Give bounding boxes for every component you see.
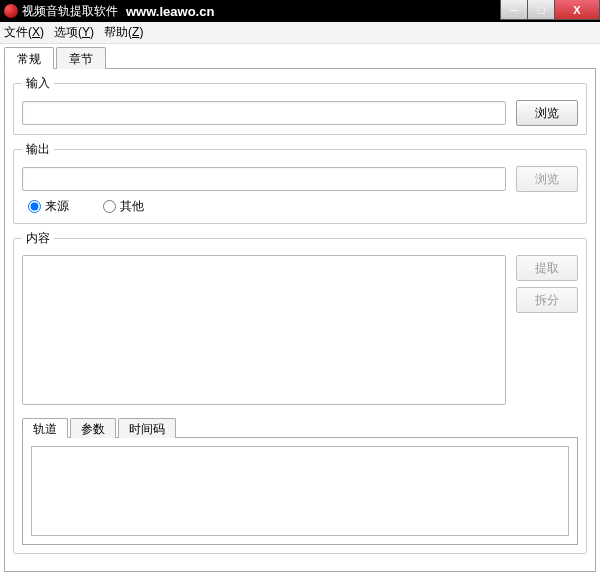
tab-general[interactable]: 常规 bbox=[4, 47, 54, 69]
radio-other-input[interactable] bbox=[103, 200, 116, 213]
extract-button: 提取 bbox=[516, 255, 578, 281]
tab-panel-general: 输入 浏览 输出 浏览 来源 其他 bbox=[4, 68, 596, 572]
output-legend: 输出 bbox=[22, 141, 54, 158]
content-listbox[interactable] bbox=[22, 255, 506, 405]
maximize-button[interactable]: □ bbox=[527, 0, 555, 20]
app-url: www.leawo.cn bbox=[126, 4, 214, 19]
client-area: 常规 章节 输入 浏览 输出 浏览 来源 bbox=[0, 44, 600, 576]
output-group: 输出 浏览 来源 其他 bbox=[13, 141, 587, 224]
radio-other-label: 其他 bbox=[120, 198, 144, 215]
inner-tab-tracks[interactable]: 轨道 bbox=[22, 418, 68, 438]
input-browse-button[interactable]: 浏览 bbox=[516, 100, 578, 126]
radio-other[interactable]: 其他 bbox=[103, 198, 144, 215]
minimize-button[interactable]: ─ bbox=[500, 0, 528, 20]
inner-panel-tracks bbox=[22, 437, 578, 545]
radio-source-label: 来源 bbox=[45, 198, 69, 215]
tab-chapters[interactable]: 章节 bbox=[56, 47, 106, 69]
input-legend: 输入 bbox=[22, 75, 54, 92]
app-icon bbox=[4, 4, 18, 18]
window-controls: ─ □ X bbox=[501, 0, 600, 20]
split-button: 拆分 bbox=[516, 287, 578, 313]
radio-source-input[interactable] bbox=[28, 200, 41, 213]
app-title: 视频音轨提取软件 bbox=[22, 3, 118, 20]
radio-source[interactable]: 来源 bbox=[28, 198, 69, 215]
menu-file[interactable]: 文件(X) bbox=[4, 24, 44, 41]
inner-tab-params[interactable]: 参数 bbox=[70, 418, 116, 438]
title-bar: 视频音轨提取软件 www.leawo.cn ─ □ X bbox=[0, 0, 600, 22]
inner-tabstrip: 轨道 参数 时间码 bbox=[22, 417, 578, 437]
close-button[interactable]: X bbox=[554, 0, 600, 20]
input-path-field[interactable] bbox=[22, 101, 506, 125]
inner-tabs: 轨道 参数 时间码 bbox=[22, 417, 578, 545]
main-tabstrip: 常规 章节 bbox=[4, 46, 596, 68]
tracks-listbox[interactable] bbox=[31, 446, 569, 536]
inner-tab-timecode[interactable]: 时间码 bbox=[118, 418, 176, 438]
menu-help[interactable]: 帮助(Z) bbox=[104, 24, 143, 41]
content-legend: 内容 bbox=[22, 230, 54, 247]
menu-options[interactable]: 选项(Y) bbox=[54, 24, 94, 41]
output-path-field[interactable] bbox=[22, 167, 506, 191]
content-group: 内容 提取 拆分 轨道 参数 时间码 bbox=[13, 230, 587, 554]
menu-bar: 文件(X) 选项(Y) 帮助(Z) bbox=[0, 22, 600, 44]
input-group: 输入 浏览 bbox=[13, 75, 587, 135]
output-browse-button: 浏览 bbox=[516, 166, 578, 192]
